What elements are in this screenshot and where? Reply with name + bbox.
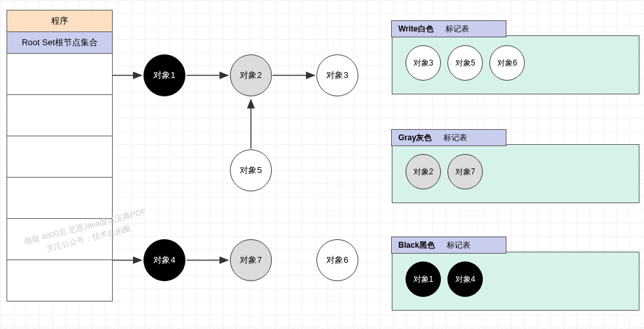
badge-label: 对象4	[455, 274, 476, 285]
badge-label: 对象5	[455, 58, 476, 69]
panel-header-black: Black黑色 标记表	[391, 237, 506, 254]
node-label: 对象5	[240, 164, 261, 176]
node-obj6: 对象6	[316, 239, 358, 281]
badge-obj7: 对象7	[447, 154, 483, 189]
stack-slot	[7, 260, 113, 301]
badge-obj4: 对象4	[447, 261, 483, 297]
panel-title: Write白色	[398, 24, 434, 35]
badge-label: 对象1	[413, 274, 434, 285]
program-box: 程序	[7, 10, 113, 32]
badge-label: 对象2	[413, 166, 434, 178]
panel-subtitle: 标记表	[447, 240, 470, 251]
badge-obj3: 对象3	[406, 45, 441, 81]
panel-header-white: Write白色 标记表	[391, 20, 506, 37]
panel-body-gray: 对象2 对象7	[392, 145, 639, 203]
node-label: 对象4	[153, 254, 175, 266]
node-obj4: 对象4	[143, 239, 185, 281]
black-mark-panel: Black黑色 标记表 对象1 对象4	[392, 252, 639, 311]
stack-slot	[7, 136, 113, 178]
badge-label: 对象7	[455, 166, 476, 178]
node-obj2: 对象2	[230, 54, 272, 96]
node-label: 对象7	[240, 254, 261, 266]
node-obj7: 对象7	[230, 239, 272, 281]
panel-title: Black黑色	[398, 240, 435, 251]
node-label: 对象1	[153, 69, 175, 81]
panel-header-gray: Gray灰色 标记表	[391, 129, 506, 146]
gray-mark-panel: Gray灰色 标记表 对象2 对象7	[392, 144, 639, 203]
badge-label: 对象6	[497, 58, 518, 69]
badge-obj2: 对象2	[406, 154, 441, 189]
panel-body-white: 对象3 对象5 对象6	[392, 36, 639, 94]
panel-subtitle: 标记表	[445, 24, 469, 35]
rootset-box: Root Set根节点集合	[7, 31, 113, 54]
program-label: 程序	[51, 15, 68, 27]
node-label: 对象6	[326, 254, 348, 266]
badge-label: 对象3	[413, 58, 434, 69]
panel-subtitle: 标记表	[444, 132, 467, 144]
badge-obj6: 对象6	[489, 45, 525, 81]
badge-obj1: 对象1	[406, 261, 441, 297]
stack-slot	[7, 94, 113, 136]
node-label: 对象2	[240, 69, 261, 81]
stack-slot	[7, 53, 113, 95]
badge-obj5: 对象5	[447, 45, 483, 81]
white-mark-panel: Write白色 标记表 对象3 对象5 对象6	[392, 35, 639, 94]
stack-slot	[7, 177, 113, 219]
panel-title: Gray灰色	[398, 132, 432, 144]
node-obj3: 对象3	[316, 54, 358, 96]
node-obj1: 对象1	[143, 54, 185, 96]
node-label: 对象3	[326, 69, 348, 81]
panel-body-black: 对象1 对象4	[392, 252, 639, 310]
node-obj5: 对象5	[230, 149, 272, 191]
rootset-label: Root Set根节点集合	[22, 37, 98, 48]
